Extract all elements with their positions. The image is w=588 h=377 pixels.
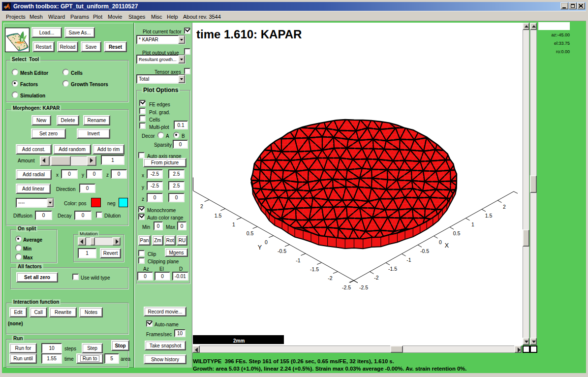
svg-text:Y: Y xyxy=(258,244,262,251)
svg-text:0: 0 xyxy=(265,239,268,245)
svg-text:1: 1 xyxy=(471,221,474,227)
svg-text:-2.5: -2.5 xyxy=(359,284,368,290)
svg-text:0: 0 xyxy=(439,239,442,245)
svg-text:0.5: 0.5 xyxy=(247,230,254,236)
svg-text:1.5: 1.5 xyxy=(485,213,493,219)
svg-text:-0.5: -0.5 xyxy=(278,248,286,254)
svg-text:X: X xyxy=(445,242,449,249)
svg-text:-0.5: -0.5 xyxy=(420,248,429,254)
svg-text:-1.5: -1.5 xyxy=(388,266,397,272)
svg-text:-2: -2 xyxy=(374,275,378,281)
svg-text:-2.5: -2.5 xyxy=(342,284,351,290)
svg-text:-2: -2 xyxy=(328,275,332,281)
svg-text:2: 2 xyxy=(200,203,203,209)
svg-text:1: 1 xyxy=(232,221,235,227)
svg-text:2: 2 xyxy=(503,204,506,210)
svg-text:-1: -1 xyxy=(296,257,300,263)
svg-text:-1.5: -1.5 xyxy=(310,266,319,272)
svg-text:1.5: 1.5 xyxy=(215,213,222,219)
svg-text:0.5: 0.5 xyxy=(453,230,461,236)
svg-text:-1: -1 xyxy=(406,257,411,263)
